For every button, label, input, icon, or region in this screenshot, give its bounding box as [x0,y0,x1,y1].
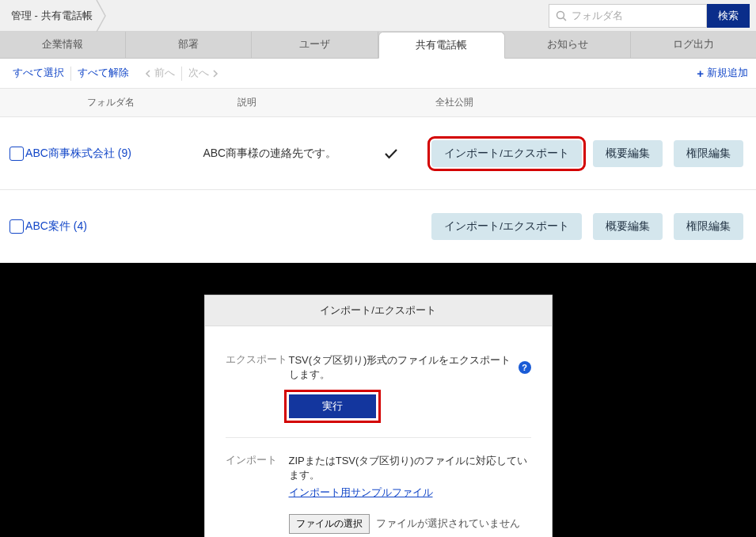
breadcrumb-chevron-icon [96,0,108,32]
folder-link[interactable]: ABC商事株式会社 (9) [25,147,203,161]
row-checkbox[interactable] [9,147,24,161]
pager-prev[interactable]: 前へ [140,67,180,80]
folder-link[interactable]: ABC案件 (4) [25,219,203,234]
breadcrumb: 管理 - 共有電話帳 [0,0,542,31]
dialog-title: インポート/エクスポート [205,295,552,326]
table-header: フォルダ名 説明 全社公開 [0,89,756,117]
import-label: インポート [226,454,289,537]
table-row: ABC商事株式会社 (9) ABC商事様の連絡先です。 インポート/エクスポート… [0,117,756,190]
edit-summary-button[interactable]: 概要編集 [593,140,663,167]
plus-icon: + [697,67,704,80]
export-text: TSV(タブ区切り)形式のファイルをエクスポートします。 [289,353,514,382]
edit-summary-button[interactable]: 概要編集 [593,213,663,240]
separator [70,67,71,81]
tab-notice[interactable]: お知らせ [505,32,631,58]
chevron-left-icon [145,70,151,78]
file-status: ファイルが選択されていません [376,517,520,531]
import-export-button[interactable]: インポート/エクスポート [431,140,582,167]
row-desc: ABC商事様の連絡先です。 [203,147,351,161]
search-button[interactable]: 検索 [707,4,750,28]
edit-permissions-button[interactable]: 権限編集 [674,213,743,240]
add-new-button[interactable]: + 新規追加 [697,67,748,80]
tab-log[interactable]: ログ出力 [631,32,756,58]
import-export-dialog: インポート/エクスポート エクスポート TSV(タブ区切り)形式のファイルをエク… [204,295,553,537]
tabs: 企業情報 部署 ユーザ 共有電話帳 お知らせ ログ出力 [0,32,756,59]
breadcrumb-title: 管理 - 共有電話帳 [11,9,93,23]
edit-permissions-button[interactable]: 権限編集 [674,140,743,167]
separator [181,67,182,81]
import-text: ZIPまたはTSV(タブ区切り)のファイルに対応しています。 [289,454,531,482]
deselect-all-link[interactable]: すべて解除 [73,67,134,80]
search-input[interactable] [572,10,705,21]
row-public [351,148,431,159]
tab-company[interactable]: 企業情報 [0,32,126,58]
svg-line-1 [564,17,567,21]
search-icon [556,10,567,21]
tab-user[interactable]: ユーザ [252,32,378,58]
th-desc: 説明 [237,96,412,109]
svg-point-0 [557,11,564,18]
chevron-right-icon [212,70,218,78]
pager-next[interactable]: 次へ [184,67,223,80]
search-box[interactable] [549,4,707,28]
select-all-link[interactable]: すべて選択 [8,67,69,80]
table-row: ABC案件 (4) インポート/エクスポート 概要編集 権限編集 [0,190,756,263]
import-export-button[interactable]: インポート/エクスポート [431,213,582,240]
th-public: 全社公開 [412,96,507,109]
export-label: エクスポート [226,353,289,418]
check-icon [385,148,397,159]
th-folder: フォルダ名 [0,96,237,109]
row-checkbox[interactable] [9,219,24,234]
tab-shared-phonebook[interactable]: 共有電話帳 [378,32,505,59]
help-icon[interactable]: ? [519,361,531,374]
choose-file-button[interactable]: ファイルの選択 [289,514,370,534]
export-execute-button[interactable]: 実行 [289,394,376,418]
import-sample-link[interactable]: インポート用サンプルファイル [289,486,433,500]
tab-dept[interactable]: 部署 [126,32,252,58]
